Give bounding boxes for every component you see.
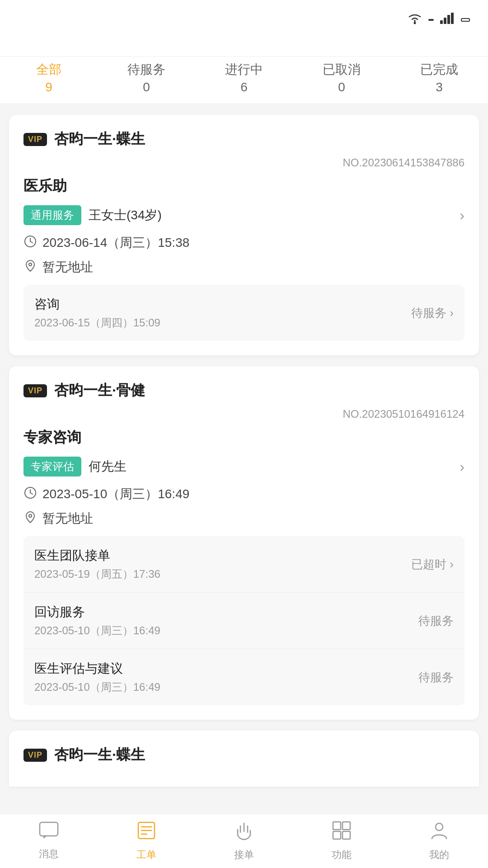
tab-已完成[interactable]: 已完成 3: [390, 61, 488, 94]
datetime-row: 2023-06-14（周三）15:38: [23, 234, 465, 251]
nav-item-工单[interactable]: 工单: [98, 814, 195, 868]
tag-person: 王女士(34岁): [89, 207, 162, 224]
svg-rect-16: [333, 831, 341, 839]
location-icon: [23, 259, 37, 276]
sub-item-2[interactable]: 医生评估与建议 2023-05-10（周三）16:49 待服务: [23, 649, 465, 705]
sub-item-title: 医生评估与建议: [34, 660, 160, 677]
service-tag: 通用服务: [23, 205, 81, 225]
card-product-name: 杏昀一生·骨健: [54, 381, 145, 401]
status-icons: [407, 12, 470, 28]
nav-item-接单[interactable]: 接单: [195, 814, 293, 868]
tab-count: 6: [195, 80, 293, 94]
svg-rect-1: [440, 20, 443, 24]
card-service-type: 医乐助: [23, 176, 465, 196]
接单-nav-label: 接单: [234, 848, 254, 862]
tab-进行中[interactable]: 进行中 6: [195, 61, 293, 94]
partial-card-name: 杏昀一生·蝶生: [54, 745, 145, 765]
sub-item-0[interactable]: 咨询 2023-06-15（周四）15:09 待服务 ›: [23, 285, 465, 341]
我的-nav-label: 我的: [429, 848, 449, 862]
wifi-icon: [407, 12, 423, 28]
tag-row[interactable]: 通用服务 王女士(34岁) ›: [23, 205, 465, 225]
sub-item-0[interactable]: 医生团队接单 2023-05-19（周五）17:36 已超时 ›: [23, 536, 465, 593]
tab-全部[interactable]: 全部 9: [0, 61, 98, 94]
datetime-row: 2023-05-10（周三）16:49: [23, 486, 465, 503]
sub-item-status: 待服务: [418, 613, 454, 629]
datetime-text: 2023-05-10（周三）16:49: [42, 486, 189, 503]
tab-count: 3: [390, 80, 488, 94]
clock-icon: [23, 486, 37, 503]
sub-item-title: 回访服务: [34, 604, 160, 621]
tab-count: 0: [293, 80, 390, 94]
sub-item-left: 医生团队接单 2023-05-19（周五）17:36: [34, 547, 160, 581]
tab-label: 已取消: [293, 61, 390, 78]
content-area: VIP 杏昀一生·蝶生 NO.20230614153847886 医乐助 通用服…: [0, 104, 488, 861]
status-bar: [0, 0, 488, 36]
battery-icon: [461, 18, 470, 22]
page-header: [0, 36, 488, 57]
chevron-right-icon: ›: [460, 207, 465, 224]
card-order-no: NO.20230614153847886: [23, 156, 465, 169]
card-product-name: 杏昀一生·蝶生: [54, 129, 145, 149]
功能-nav-label: 功能: [332, 848, 352, 862]
sub-item-left: 医生评估与建议 2023-05-10（周三）16:49: [34, 660, 160, 694]
service-tag: 专家评估: [23, 457, 81, 476]
tab-待服务[interactable]: 待服务 0: [98, 61, 195, 94]
bottom-nav: 消息 工单 接单 功能 我的: [0, 814, 488, 868]
消息-nav-label: 消息: [39, 847, 59, 861]
nav-item-我的[interactable]: 我的: [390, 814, 488, 868]
address-row: 暂无地址: [23, 259, 465, 276]
hd-badge: [428, 19, 434, 21]
tag-person: 何先生: [89, 458, 127, 475]
sub-item-status: 待服务: [418, 670, 454, 685]
clock-icon: [23, 235, 37, 251]
svg-rect-14: [333, 822, 341, 830]
vip-badge: VIP: [23, 133, 47, 146]
svg-point-6: [29, 263, 32, 266]
signal-icon: [439, 12, 455, 28]
sub-item-title: 医生团队接单: [34, 547, 160, 564]
sub-items-list: 医生团队接单 2023-05-19（周五）17:36 已超时 › 回访服务 20…: [23, 536, 465, 705]
tab-bar: 全部 9 待服务 0 进行中 6 已取消 0 已完成 3: [0, 57, 488, 104]
svg-rect-2: [444, 18, 446, 24]
card-order-no: NO.20230510164916124: [23, 408, 465, 420]
tag-row[interactable]: 专家评估 何先生 ›: [23, 457, 465, 476]
sub-item-date: 2023-05-10（周三）16:49: [34, 680, 160, 694]
工单-nav-icon: [136, 821, 156, 844]
sub-item-left: 回访服务 2023-05-10（周三）16:49: [34, 604, 160, 638]
svg-point-8: [29, 514, 32, 517]
工单-nav-label: 工单: [136, 848, 156, 862]
work-order-card-1: VIP 杏昀一生·骨健 NO.20230510164916124 专家咨询 专家…: [9, 366, 479, 720]
sub-item-left: 咨询 2023-06-15（周四）15:09: [34, 296, 160, 330]
接单-nav-icon: [234, 821, 254, 844]
address-text: 暂无地址: [42, 510, 93, 527]
sub-item-1[interactable]: 回访服务 2023-05-10（周三）16:49 待服务: [23, 593, 465, 649]
sub-item-date: 2023-05-10（周三）16:49: [34, 623, 160, 638]
vip-badge: VIP: [23, 384, 47, 397]
vip-badge: VIP: [23, 749, 47, 762]
chevron-right-icon: ›: [460, 458, 465, 475]
nav-item-功能[interactable]: 功能: [293, 814, 390, 868]
tab-已取消[interactable]: 已取消 0: [293, 61, 390, 94]
card-header: VIP 杏昀一生·蝶生: [23, 129, 465, 149]
sub-item-date: 2023-05-19（周五）17:36: [34, 567, 160, 581]
partial-card: VIP 杏昀一生·蝶生: [9, 731, 479, 787]
tab-count: 9: [0, 80, 98, 94]
address-text: 暂无地址: [42, 259, 93, 276]
svg-point-0: [414, 22, 416, 24]
partial-card-header: VIP 杏昀一生·蝶生: [23, 745, 465, 765]
sub-item-status: 已超时 ›: [411, 557, 454, 572]
sub-item-status: 待服务 ›: [411, 305, 454, 321]
sub-item-title: 咨询: [34, 296, 160, 313]
card-header: VIP 杏昀一生·骨健: [23, 381, 465, 401]
tab-label: 全部: [0, 61, 98, 78]
datetime-text: 2023-06-14（周三）15:38: [42, 234, 189, 251]
sub-items-list: 咨询 2023-06-15（周四）15:09 待服务 ›: [23, 285, 465, 341]
svg-point-18: [436, 823, 443, 830]
sub-item-date: 2023-06-15（周四）15:09: [34, 316, 160, 330]
nav-item-消息[interactable]: 消息: [0, 814, 98, 868]
address-row: 暂无地址: [23, 510, 465, 527]
tab-label: 待服务: [98, 61, 195, 78]
svg-rect-17: [343, 831, 350, 839]
location-icon: [23, 510, 37, 527]
tab-label: 已完成: [390, 61, 488, 78]
